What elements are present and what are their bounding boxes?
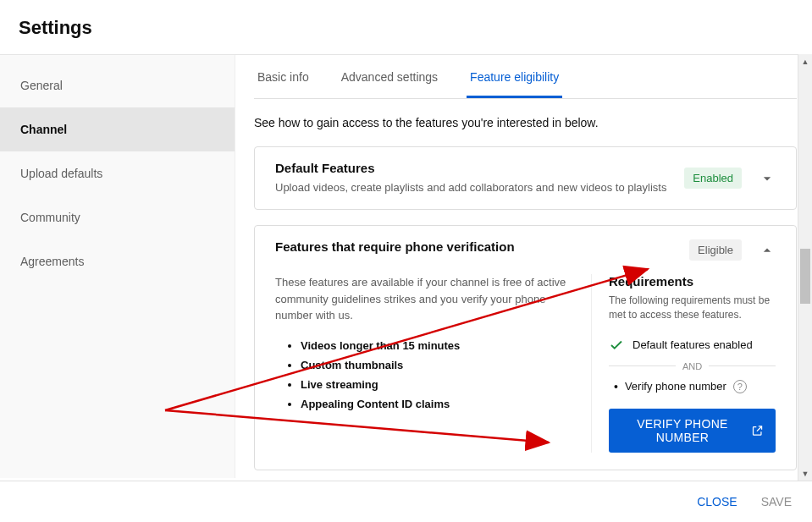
- dialog-footer: CLOSE SAVE: [0, 481, 812, 522]
- close-button[interactable]: CLOSE: [697, 495, 737, 508]
- card-default-features: Default Features Upload videos, create p…: [254, 146, 797, 210]
- feature-item: Appealing Content ID claims: [301, 398, 581, 410]
- card-phone-title: Features that require phone verification: [275, 239, 689, 254]
- chevron-down-icon[interactable]: [759, 170, 776, 187]
- card-default-sub: Upload videos, create playlists and add …: [275, 180, 684, 195]
- requirement-pending: Verify phone number ?: [609, 380, 776, 393]
- sidebar-item-agreements[interactable]: Agreements: [0, 239, 235, 283]
- page-title: Settings: [19, 17, 793, 39]
- tab-feature-eligibility[interactable]: Feature eligibility: [467, 55, 562, 98]
- verify-phone-button[interactable]: VERIFY PHONE NUMBER: [609, 409, 776, 453]
- check-icon: [609, 338, 624, 353]
- requirements-sub: The following requirements must be met t…: [609, 294, 776, 322]
- open-external-icon: [751, 423, 764, 438]
- feature-item: Videos longer than 15 minutes: [301, 339, 581, 352]
- scrollbar[interactable]: ▲ ▼: [798, 54, 812, 481]
- sidebar-item-community[interactable]: Community: [0, 195, 235, 239]
- card-phone-verification: Features that require phone verification…: [254, 225, 797, 470]
- sidebar-item-general[interactable]: General: [0, 63, 235, 107]
- card-phone-desc: These features are available if your cha…: [275, 274, 581, 324]
- chevron-up-icon[interactable]: [759, 242, 776, 259]
- sidebar-item-upload-defaults[interactable]: Upload defaults: [0, 151, 235, 195]
- card-default-title: Default Features: [275, 161, 684, 175]
- sidebar-item-channel[interactable]: Channel: [0, 107, 235, 151]
- scroll-up-icon[interactable]: ▲: [798, 54, 812, 69]
- feature-item: Custom thumbnails: [301, 359, 581, 371]
- scroll-down-icon[interactable]: ▼: [798, 466, 812, 481]
- and-separator: AND: [609, 361, 776, 371]
- feature-list: Videos longer than 15 minutes Custom thu…: [275, 339, 581, 410]
- tab-advanced-settings[interactable]: Advanced settings: [338, 55, 441, 98]
- help-icon[interactable]: ?: [733, 380, 747, 393]
- settings-sidebar: General Channel Upload defaults Communit…: [0, 55, 235, 478]
- status-badge-enabled: Enabled: [684, 168, 742, 189]
- tab-bar: Basic info Advanced settings Feature eli…: [254, 55, 797, 99]
- save-button[interactable]: SAVE: [761, 495, 792, 508]
- status-badge-eligible: Eligible: [689, 239, 742, 261]
- scroll-thumb[interactable]: [800, 249, 810, 304]
- intro-text: See how to gain access to the features y…: [254, 116, 797, 129]
- requirement-done: Default features enabled: [609, 338, 776, 353]
- feature-item: Live streaming: [301, 378, 581, 391]
- settings-header: Settings: [0, 0, 812, 55]
- tab-basic-info[interactable]: Basic info: [254, 55, 312, 98]
- requirements-title: Requirements: [609, 274, 776, 288]
- settings-main: Basic info Advanced settings Feature eli…: [235, 55, 812, 478]
